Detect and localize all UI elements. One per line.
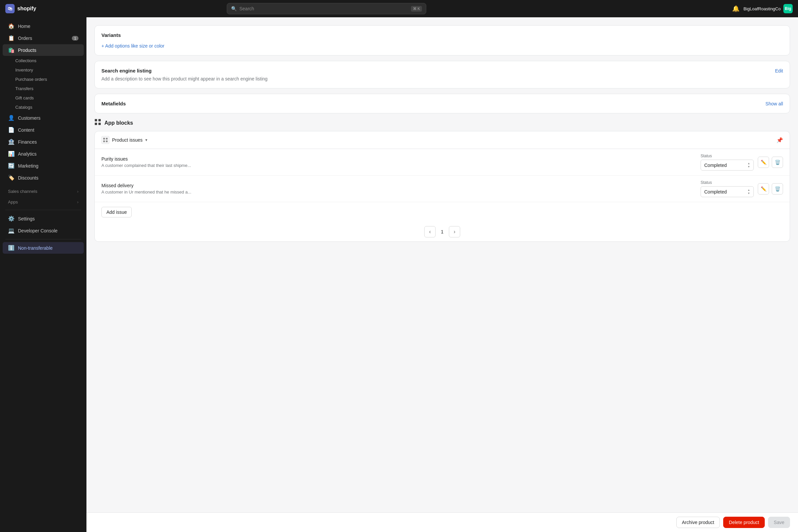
- pin-icon[interactable]: 📌: [776, 137, 783, 143]
- missed-delivery-status-label: Status: [701, 180, 754, 185]
- app-blocks-title: App blocks: [94, 119, 790, 127]
- sidebar-item-transfers[interactable]: Transfers: [15, 84, 84, 93]
- app-blocks-section: App blocks Product issues ▾: [94, 119, 790, 242]
- purity-status-select[interactable]: Completed ▲ ▼: [701, 159, 754, 171]
- apps-arrow-icon: ›: [77, 200, 78, 205]
- svg-rect-5: [106, 138, 108, 140]
- sidebar-item-label: Products: [18, 48, 36, 53]
- svg-rect-4: [103, 138, 105, 140]
- search-container: 🔍 ⌘ K: [227, 3, 426, 14]
- issues-header-icon: [101, 136, 109, 144]
- pagination-next-button[interactable]: ›: [449, 226, 460, 238]
- sidebar-item-collections[interactable]: Collections: [15, 56, 84, 65]
- sidebar-item-content[interactable]: 📄 Content: [3, 124, 84, 136]
- sidebar-item-gift-cards[interactable]: Gift cards: [15, 93, 84, 102]
- sidebar-item-products[interactable]: 🛍️ Products: [3, 44, 84, 56]
- purity-delete-button[interactable]: 🗑️: [772, 157, 783, 168]
- sidebar-item-orders[interactable]: 📋 Orders 1: [3, 32, 84, 44]
- add-issue-section: Add issue: [95, 202, 790, 222]
- archive-product-button[interactable]: Archive product: [676, 517, 720, 528]
- search-box[interactable]: 🔍 ⌘ K: [227, 3, 426, 14]
- search-icon: 🔍: [231, 6, 237, 11]
- pagination-prev-button[interactable]: ‹: [424, 226, 436, 238]
- notification-bell-icon[interactable]: 🔔: [732, 5, 740, 12]
- orders-badge: 1: [72, 36, 78, 41]
- sidebar-item-discounts[interactable]: 🏷️ Discounts: [3, 172, 84, 184]
- marketing-icon: 🔄: [8, 163, 15, 169]
- metafields-title: Metafields: [101, 101, 126, 107]
- finances-icon: 🏦: [8, 139, 15, 145]
- logo[interactable]: 🛍 shopify: [5, 4, 72, 13]
- missed-delivery-desc: A customer in Ur mentioned that he misse…: [101, 190, 697, 194]
- add-option-link[interactable]: + Add options like size or color: [101, 43, 783, 49]
- topbar-right: 🔔 BigLoafRoastingCo Big: [732, 4, 793, 13]
- seo-card: Search engine listing Edit Add a descrip…: [94, 61, 790, 89]
- svg-rect-7: [106, 141, 108, 142]
- missed-delivery-status-select[interactable]: Completed ▲ ▼: [701, 186, 754, 197]
- store-selector[interactable]: BigLoafRoastingCo Big: [743, 4, 793, 13]
- shopify-bag-icon: 🛍: [5, 4, 15, 13]
- search-input[interactable]: [240, 6, 408, 11]
- orders-icon: 📋: [8, 35, 15, 41]
- sidebar-item-catalogs[interactable]: Catalogs: [15, 103, 84, 112]
- topbar: 🛍 shopify 🔍 ⌘ K 🔔 BigLoafRoastingCo Big: [0, 0, 798, 17]
- sales-channels-section[interactable]: Sales channels ›: [3, 186, 84, 196]
- main-content: Variants + Add options like size or colo…: [87, 17, 798, 532]
- purity-issue-actions: ✏️ 🗑️: [758, 157, 783, 168]
- sidebar-item-purchase-orders[interactable]: Purchase orders: [15, 75, 84, 84]
- issues-header-left: Product issues ▾: [101, 136, 147, 144]
- delete-product-button[interactable]: Delete product: [723, 517, 765, 528]
- sidebar-item-non-transferable[interactable]: ℹ️ Non-transferable: [3, 242, 84, 254]
- purity-edit-button[interactable]: ✏️: [758, 157, 769, 168]
- sidebar-item-label: Discounts: [18, 175, 38, 180]
- bottom-bar: Archive product Delete product Save: [87, 512, 798, 532]
- sidebar-item-label: Settings: [18, 216, 35, 222]
- discounts-icon: 🏷️: [8, 174, 15, 181]
- non-transferable-icon: ℹ️: [8, 245, 15, 251]
- missed-delivery-delete-button[interactable]: 🗑️: [772, 183, 783, 194]
- add-issue-button[interactable]: Add issue: [101, 207, 132, 217]
- issues-dropdown-icon[interactable]: ▾: [145, 138, 147, 142]
- svg-rect-3: [98, 123, 101, 125]
- sidebar-item-label: Developer Console: [18, 228, 58, 233]
- customers-icon: 👤: [8, 115, 15, 121]
- sales-channels-label: Sales channels: [8, 189, 37, 194]
- issues-header-title: Product issues: [112, 137, 142, 142]
- search-shortcut: ⌘ K: [411, 6, 422, 12]
- sidebar-item-inventory[interactable]: Inventory: [15, 65, 84, 75]
- sidebar-item-analytics[interactable]: 📊 Analytics: [3, 148, 84, 159]
- store-avatar: Big: [783, 4, 793, 13]
- svg-rect-2: [95, 123, 97, 125]
- sidebar-item-marketing[interactable]: 🔄 Marketing: [3, 160, 84, 172]
- svg-rect-0: [95, 119, 97, 121]
- purity-status-label: Status: [701, 154, 754, 158]
- sidebar-item-customers[interactable]: 👤 Customers: [3, 112, 84, 124]
- save-button[interactable]: Save: [768, 517, 790, 528]
- missed-delivery-actions: ✏️ 🗑️: [758, 183, 783, 194]
- store-name: BigLoafRoastingCo: [743, 6, 781, 11]
- sidebar-item-home[interactable]: 🏠 Home: [3, 20, 84, 32]
- issues-header: Product issues ▾ 📌: [95, 131, 790, 149]
- svg-rect-6: [103, 141, 105, 142]
- apps-label: Apps: [8, 200, 18, 205]
- sidebar-item-developer-console[interactable]: 💻 Developer Console: [3, 225, 84, 236]
- sidebar-item-label: Finances: [18, 139, 37, 145]
- variants-card: Variants + Add options like size or colo…: [94, 25, 790, 56]
- home-icon: 🏠: [8, 23, 15, 29]
- sidebar-item-finances[interactable]: 🏦 Finances: [3, 136, 84, 148]
- variants-title: Variants: [101, 32, 783, 38]
- missed-delivery-status-value: Completed: [704, 189, 727, 194]
- apps-section[interactable]: Apps ›: [3, 197, 84, 207]
- sidebar-item-label: Content: [18, 127, 34, 133]
- metafields-show-all-link[interactable]: Show all: [765, 101, 783, 107]
- pagination: ‹ 1 ›: [95, 222, 790, 241]
- seo-edit-link[interactable]: Edit: [775, 68, 783, 74]
- purity-status-arrows-icon: ▲ ▼: [747, 162, 750, 168]
- missed-delivery-edit-button[interactable]: ✏️: [758, 183, 769, 194]
- sidebar-item-settings[interactable]: ⚙️ Settings: [3, 213, 84, 225]
- sidebar-item-label: Orders: [18, 36, 32, 41]
- purity-issue-desc: A customer complained that their last sh…: [101, 163, 697, 168]
- issue-row-missed-delivery: Missed delivery A customer in Ur mention…: [95, 175, 790, 202]
- sidebar-item-label: Non-transferable: [18, 245, 53, 251]
- sidebar-item-label: Home: [18, 24, 30, 29]
